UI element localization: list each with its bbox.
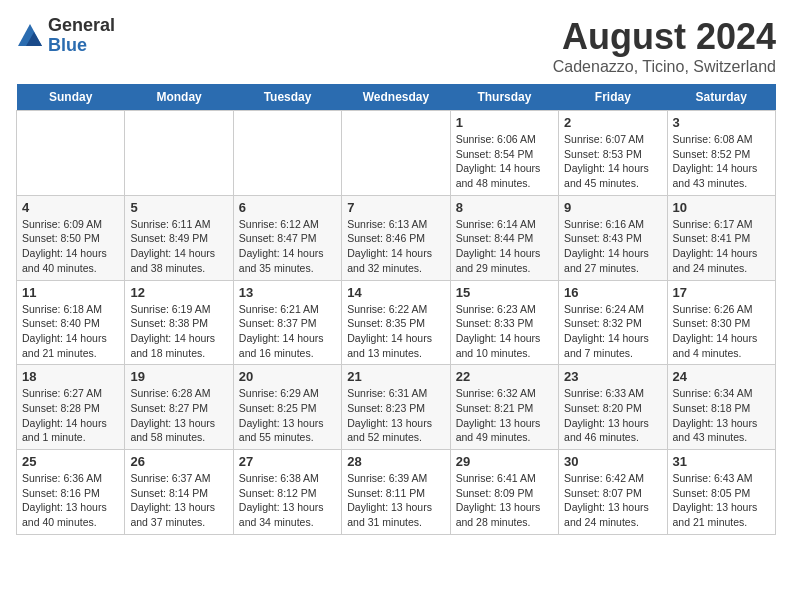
day-header-wednesday: Wednesday xyxy=(342,84,450,111)
week-row-4: 18Sunrise: 6:27 AM Sunset: 8:28 PM Dayli… xyxy=(17,365,776,450)
cell-content: Sunrise: 6:42 AM Sunset: 8:07 PM Dayligh… xyxy=(564,471,661,530)
day-header-monday: Monday xyxy=(125,84,233,111)
logo-text: General Blue xyxy=(48,16,115,56)
calendar-body: 1Sunrise: 6:06 AM Sunset: 8:54 PM Daylig… xyxy=(17,111,776,535)
date-number: 15 xyxy=(456,285,553,300)
cell-content: Sunrise: 6:37 AM Sunset: 8:14 PM Dayligh… xyxy=(130,471,227,530)
day-header-thursday: Thursday xyxy=(450,84,558,111)
cell-content: Sunrise: 6:16 AM Sunset: 8:43 PM Dayligh… xyxy=(564,217,661,276)
cell-content: Sunrise: 6:38 AM Sunset: 8:12 PM Dayligh… xyxy=(239,471,336,530)
day-header-sunday: Sunday xyxy=(17,84,125,111)
calendar-cell: 6Sunrise: 6:12 AM Sunset: 8:47 PM Daylig… xyxy=(233,195,341,280)
cell-content: Sunrise: 6:31 AM Sunset: 8:23 PM Dayligh… xyxy=(347,386,444,445)
cell-content: Sunrise: 6:27 AM Sunset: 8:28 PM Dayligh… xyxy=(22,386,119,445)
date-number: 1 xyxy=(456,115,553,130)
calendar-cell: 19Sunrise: 6:28 AM Sunset: 8:27 PM Dayli… xyxy=(125,365,233,450)
cell-content: Sunrise: 6:39 AM Sunset: 8:11 PM Dayligh… xyxy=(347,471,444,530)
cell-content: Sunrise: 6:26 AM Sunset: 8:30 PM Dayligh… xyxy=(673,302,770,361)
cell-content: Sunrise: 6:32 AM Sunset: 8:21 PM Dayligh… xyxy=(456,386,553,445)
calendar-cell: 25Sunrise: 6:36 AM Sunset: 8:16 PM Dayli… xyxy=(17,450,125,535)
calendar-cell: 27Sunrise: 6:38 AM Sunset: 8:12 PM Dayli… xyxy=(233,450,341,535)
page-title: August 2024 xyxy=(553,16,776,58)
cell-content: Sunrise: 6:14 AM Sunset: 8:44 PM Dayligh… xyxy=(456,217,553,276)
cell-content: Sunrise: 6:34 AM Sunset: 8:18 PM Dayligh… xyxy=(673,386,770,445)
logo-general: General xyxy=(48,16,115,36)
cell-content: Sunrise: 6:24 AM Sunset: 8:32 PM Dayligh… xyxy=(564,302,661,361)
date-number: 10 xyxy=(673,200,770,215)
date-number: 18 xyxy=(22,369,119,384)
date-number: 7 xyxy=(347,200,444,215)
cell-content: Sunrise: 6:06 AM Sunset: 8:54 PM Dayligh… xyxy=(456,132,553,191)
calendar-cell: 30Sunrise: 6:42 AM Sunset: 8:07 PM Dayli… xyxy=(559,450,667,535)
cell-content: Sunrise: 6:28 AM Sunset: 8:27 PM Dayligh… xyxy=(130,386,227,445)
calendar-header-row: SundayMondayTuesdayWednesdayThursdayFrid… xyxy=(17,84,776,111)
cell-content: Sunrise: 6:17 AM Sunset: 8:41 PM Dayligh… xyxy=(673,217,770,276)
day-header-tuesday: Tuesday xyxy=(233,84,341,111)
calendar-table: SundayMondayTuesdayWednesdayThursdayFrid… xyxy=(16,84,776,535)
date-number: 3 xyxy=(673,115,770,130)
logo: General Blue xyxy=(16,16,115,56)
date-number: 11 xyxy=(22,285,119,300)
date-number: 5 xyxy=(130,200,227,215)
calendar-cell: 16Sunrise: 6:24 AM Sunset: 8:32 PM Dayli… xyxy=(559,280,667,365)
cell-content: Sunrise: 6:43 AM Sunset: 8:05 PM Dayligh… xyxy=(673,471,770,530)
calendar-cell: 15Sunrise: 6:23 AM Sunset: 8:33 PM Dayli… xyxy=(450,280,558,365)
date-number: 23 xyxy=(564,369,661,384)
date-number: 26 xyxy=(130,454,227,469)
calendar-cell: 31Sunrise: 6:43 AM Sunset: 8:05 PM Dayli… xyxy=(667,450,775,535)
calendar-cell: 3Sunrise: 6:08 AM Sunset: 8:52 PM Daylig… xyxy=(667,111,775,196)
calendar-cell: 21Sunrise: 6:31 AM Sunset: 8:23 PM Dayli… xyxy=(342,365,450,450)
date-number: 22 xyxy=(456,369,553,384)
date-number: 21 xyxy=(347,369,444,384)
cell-content: Sunrise: 6:29 AM Sunset: 8:25 PM Dayligh… xyxy=(239,386,336,445)
title-section: August 2024 Cadenazzo, Ticino, Switzerla… xyxy=(553,16,776,76)
date-number: 31 xyxy=(673,454,770,469)
date-number: 17 xyxy=(673,285,770,300)
date-number: 2 xyxy=(564,115,661,130)
calendar-cell: 12Sunrise: 6:19 AM Sunset: 8:38 PM Dayli… xyxy=(125,280,233,365)
calendar-cell xyxy=(125,111,233,196)
week-row-5: 25Sunrise: 6:36 AM Sunset: 8:16 PM Dayli… xyxy=(17,450,776,535)
date-number: 14 xyxy=(347,285,444,300)
date-number: 30 xyxy=(564,454,661,469)
date-number: 8 xyxy=(456,200,553,215)
calendar-cell: 20Sunrise: 6:29 AM Sunset: 8:25 PM Dayli… xyxy=(233,365,341,450)
calendar-cell: 28Sunrise: 6:39 AM Sunset: 8:11 PM Dayli… xyxy=(342,450,450,535)
date-number: 27 xyxy=(239,454,336,469)
cell-content: Sunrise: 6:23 AM Sunset: 8:33 PM Dayligh… xyxy=(456,302,553,361)
cell-content: Sunrise: 6:22 AM Sunset: 8:35 PM Dayligh… xyxy=(347,302,444,361)
cell-content: Sunrise: 6:09 AM Sunset: 8:50 PM Dayligh… xyxy=(22,217,119,276)
cell-content: Sunrise: 6:13 AM Sunset: 8:46 PM Dayligh… xyxy=(347,217,444,276)
calendar-cell xyxy=(233,111,341,196)
calendar-cell xyxy=(17,111,125,196)
date-number: 19 xyxy=(130,369,227,384)
date-number: 13 xyxy=(239,285,336,300)
cell-content: Sunrise: 6:21 AM Sunset: 8:37 PM Dayligh… xyxy=(239,302,336,361)
date-number: 16 xyxy=(564,285,661,300)
day-header-saturday: Saturday xyxy=(667,84,775,111)
cell-content: Sunrise: 6:08 AM Sunset: 8:52 PM Dayligh… xyxy=(673,132,770,191)
cell-content: Sunrise: 6:07 AM Sunset: 8:53 PM Dayligh… xyxy=(564,132,661,191)
cell-content: Sunrise: 6:11 AM Sunset: 8:49 PM Dayligh… xyxy=(130,217,227,276)
calendar-cell: 1Sunrise: 6:06 AM Sunset: 8:54 PM Daylig… xyxy=(450,111,558,196)
calendar-cell: 7Sunrise: 6:13 AM Sunset: 8:46 PM Daylig… xyxy=(342,195,450,280)
cell-content: Sunrise: 6:41 AM Sunset: 8:09 PM Dayligh… xyxy=(456,471,553,530)
cell-content: Sunrise: 6:18 AM Sunset: 8:40 PM Dayligh… xyxy=(22,302,119,361)
logo-blue: Blue xyxy=(48,36,115,56)
calendar-cell: 10Sunrise: 6:17 AM Sunset: 8:41 PM Dayli… xyxy=(667,195,775,280)
week-row-2: 4Sunrise: 6:09 AM Sunset: 8:50 PM Daylig… xyxy=(17,195,776,280)
date-number: 6 xyxy=(239,200,336,215)
week-row-1: 1Sunrise: 6:06 AM Sunset: 8:54 PM Daylig… xyxy=(17,111,776,196)
date-number: 24 xyxy=(673,369,770,384)
calendar-cell: 23Sunrise: 6:33 AM Sunset: 8:20 PM Dayli… xyxy=(559,365,667,450)
date-number: 9 xyxy=(564,200,661,215)
date-number: 4 xyxy=(22,200,119,215)
calendar-cell: 26Sunrise: 6:37 AM Sunset: 8:14 PM Dayli… xyxy=(125,450,233,535)
date-number: 25 xyxy=(22,454,119,469)
date-number: 28 xyxy=(347,454,444,469)
date-number: 12 xyxy=(130,285,227,300)
cell-content: Sunrise: 6:36 AM Sunset: 8:16 PM Dayligh… xyxy=(22,471,119,530)
calendar-cell: 11Sunrise: 6:18 AM Sunset: 8:40 PM Dayli… xyxy=(17,280,125,365)
calendar-cell: 5Sunrise: 6:11 AM Sunset: 8:49 PM Daylig… xyxy=(125,195,233,280)
calendar-cell: 22Sunrise: 6:32 AM Sunset: 8:21 PM Dayli… xyxy=(450,365,558,450)
